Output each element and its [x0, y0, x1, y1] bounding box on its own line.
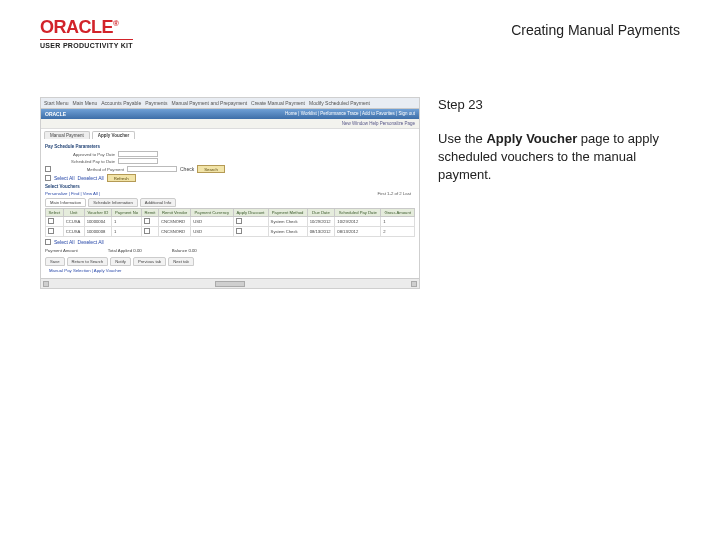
cell-unit: CCUSA: [63, 217, 84, 227]
checkbox-method[interactable]: [45, 166, 51, 172]
cell-pay: 1: [112, 217, 142, 227]
scroll-thumb[interactable]: [215, 281, 245, 287]
label-method: Method of Payment: [54, 167, 124, 172]
page-utility-links: New Window Help Personalize Page: [41, 119, 419, 129]
value-method: Check: [180, 166, 194, 172]
crumb: Main Menu: [72, 100, 97, 106]
input-approved-date[interactable]: [118, 151, 158, 157]
totals-row: Payment Amount Total Applied 0.00 Balanc…: [45, 248, 415, 253]
horizontal-scrollbar[interactable]: [41, 278, 419, 288]
section-pay-schedule: Pay Schedule Parameters: [45, 144, 415, 149]
app-brand-links: Home | Worklist | Performance Trace | Ad…: [285, 111, 415, 117]
col-voucher: Voucher ID: [84, 209, 111, 217]
tab-manual-payment[interactable]: Manual Payment: [44, 131, 90, 139]
search-button[interactable]: Search: [197, 165, 225, 173]
action-buttons: Save Return to Search Notify Previous ta…: [45, 257, 415, 266]
cell-remitv: CNCSNORD: [158, 217, 190, 227]
app-brand-bar: ORACLE Home | Worklist | Performance Tra…: [41, 109, 419, 119]
cell-amt: 1: [381, 217, 415, 227]
table-row[interactable]: CCUSA 10000008 1 CNCSNORD USD System Che…: [46, 227, 415, 237]
next-tab-button[interactable]: Next tab: [168, 257, 194, 266]
save-button[interactable]: Save: [45, 257, 65, 266]
checkbox-select-all-2[interactable]: [45, 239, 51, 245]
col-remitv: Remit Vendor: [158, 209, 190, 217]
crumb: Start Menu: [44, 100, 68, 106]
crumb: Manual Payment and Prepayment: [171, 100, 247, 106]
row-checkbox[interactable]: [48, 228, 54, 234]
footer-links[interactable]: Manual Pay Selection | Apply Voucher: [45, 266, 415, 275]
table-row[interactable]: CCUSA 10000004 1 CNCSNORD USD System Che…: [46, 217, 415, 227]
cell-method: System Check: [268, 217, 307, 227]
step-instruction: Use the Apply Voucher page to apply sche…: [438, 130, 678, 185]
cell-disc-cb[interactable]: [236, 228, 242, 234]
cell-remitv: CNCSNORD: [158, 227, 190, 237]
page-tabs: Manual Payment Apply Voucher: [41, 129, 419, 139]
return-button[interactable]: Return to Search: [67, 257, 109, 266]
crumb: Payments: [145, 100, 167, 106]
input-scheduled-date[interactable]: [118, 158, 158, 164]
oracle-logo: ORACLE®: [40, 18, 133, 36]
cell-voucher: 10000008: [84, 227, 111, 237]
breadcrumb-toolbar: Start Menu Main Menu Accounts Payable Pa…: [41, 98, 419, 109]
cell-unit: CCUSA: [63, 227, 84, 237]
prev-tab-button[interactable]: Previous tab: [133, 257, 166, 266]
col-select: Select: [46, 209, 64, 217]
cell-due: 08/13/2012: [307, 227, 335, 237]
total-applied: Total Applied 0.00: [108, 248, 142, 253]
total-payment-amount: Payment Amount: [45, 248, 78, 253]
link-deselect-all-2[interactable]: Deselect All: [78, 239, 104, 245]
cell-disc-cb[interactable]: [236, 218, 242, 224]
link-select-all-2[interactable]: Select All: [54, 239, 75, 245]
crumb: Modify Scheduled Payment: [309, 100, 370, 106]
logo-subtitle: USER PRODUCTIVITY KIT: [40, 39, 133, 49]
cell-amt: 2: [381, 227, 415, 237]
checkbox-select-all[interactable]: [45, 175, 51, 181]
col-amt: Gross Amount: [381, 209, 415, 217]
voucher-table: Select Unit Voucher ID Payment No Remit …: [45, 208, 415, 237]
col-unit: Unit: [63, 209, 84, 217]
oracle-logo-block: ORACLE® USER PRODUCTIVITY KIT: [40, 18, 133, 49]
scroll-right-arrow[interactable]: [411, 281, 417, 287]
total-balance: Balance 0.00: [172, 248, 197, 253]
cell-sched: 10/29/2012: [335, 217, 381, 227]
input-method[interactable]: [127, 166, 177, 172]
section-select-vouchers: Select Vouchers: [45, 184, 415, 189]
col-remit: Remit: [141, 209, 158, 217]
grid-links[interactable]: Personalize | Find | View All |: [45, 191, 100, 196]
col-method: Payment Method: [268, 209, 307, 217]
notify-button[interactable]: Notify: [110, 257, 131, 266]
row-checkbox[interactable]: [48, 218, 54, 224]
link-select-all[interactable]: Select All: [54, 175, 75, 181]
step-text-bold: Apply Voucher: [486, 131, 577, 146]
col-curr: Payment Currency: [191, 209, 233, 217]
cell-method: System Check: [268, 227, 307, 237]
refresh-button[interactable]: Refresh: [107, 174, 136, 182]
step-label: Step 23: [438, 97, 678, 112]
cell-voucher: 10000004: [84, 217, 111, 227]
cell-curr: USD: [191, 217, 233, 227]
col-discount: Apply Discount: [233, 209, 268, 217]
cell-remit-cb[interactable]: [144, 228, 150, 234]
col-payno: Payment No: [112, 209, 142, 217]
subtab-main[interactable]: Main Information: [45, 198, 86, 207]
subtab-additional[interactable]: Additional Info: [140, 198, 177, 207]
grid-count: First 1-2 of 2 Last: [378, 191, 411, 196]
link-deselect-all[interactable]: Deselect All: [78, 175, 104, 181]
cell-sched: 08/13/2012: [335, 227, 381, 237]
col-due: Due Date: [307, 209, 335, 217]
subtab-schedule[interactable]: Schedule Information: [88, 198, 138, 207]
crumb: Accounts Payable: [101, 100, 141, 106]
step-text-before: Use the: [438, 131, 486, 146]
cell-curr: USD: [191, 227, 233, 237]
oracle-tm: ®: [113, 19, 118, 28]
crumb: Create Manual Payment: [251, 100, 305, 106]
cell-pay: 1: [112, 227, 142, 237]
scroll-left-arrow[interactable]: [43, 281, 49, 287]
embedded-screenshot: Start Menu Main Menu Accounts Payable Pa…: [40, 97, 420, 289]
cell-due: 10/29/2012: [307, 217, 335, 227]
topic-title: Creating Manual Payments: [511, 18, 680, 38]
cell-remit-cb[interactable]: [144, 218, 150, 224]
tab-apply-voucher[interactable]: Apply Voucher: [92, 131, 135, 139]
grid-toolbar: Personalize | Find | View All | First 1-…: [45, 191, 415, 196]
oracle-logo-text: ORACLE: [40, 17, 113, 37]
